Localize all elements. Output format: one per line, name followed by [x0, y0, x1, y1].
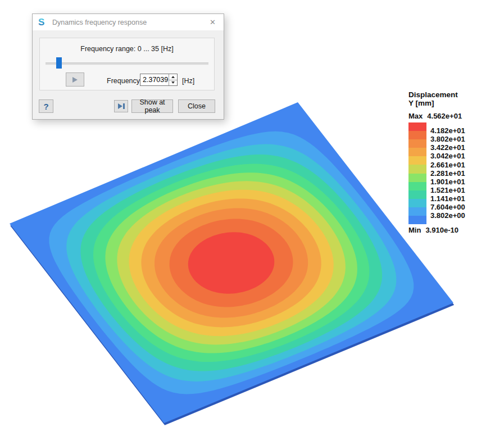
- legend-tick-value: 3.802e+01: [430, 135, 465, 143]
- frequency-slider-track[interactable]: [46, 62, 208, 65]
- legend-colorbar: 4.182e+013.802e+013.422e+013.042e+012.66…: [408, 122, 482, 224]
- legend-max-value: 4.562e+01: [427, 112, 462, 120]
- legend-title-line1: Displacement: [408, 90, 482, 99]
- show-at-peak-button[interactable]: Show at peak: [131, 99, 173, 113]
- play-icon: [72, 77, 78, 83]
- legend-tick-value: 4.182e+01: [430, 127, 465, 135]
- help-button[interactable]: ?: [39, 99, 53, 113]
- legend-swatch: [408, 122, 426, 131]
- skip-to-end-bar-icon: [123, 103, 125, 109]
- legend-swatch: [408, 131, 426, 139]
- legend-min-row: Min 3.910e-10: [408, 226, 482, 234]
- legend-tick-value: 3.042e+01: [430, 152, 465, 160]
- legend-max-label: Max: [408, 112, 423, 120]
- legend-min-label: Min: [408, 226, 421, 234]
- legend-swatch: [408, 148, 426, 156]
- skip-to-peak-button[interactable]: [114, 100, 128, 112]
- close-button[interactable]: Close: [178, 99, 215, 113]
- arrow-up-icon: [171, 76, 175, 78]
- dialog-titlebar[interactable]: S Dynamics frequency response ✕: [33, 14, 224, 30]
- frequency-slider-handle[interactable]: [56, 57, 62, 69]
- legend-swatch: [408, 165, 426, 173]
- legend-tick-value: 3.802e+00: [430, 212, 465, 220]
- arrow-down-icon: [171, 81, 175, 84]
- svg-text:S: S: [38, 17, 44, 28]
- dialog-title: Dynamics frequency response: [52, 19, 207, 26]
- legend-swatch: [408, 139, 426, 148]
- frequency-input[interactable]: [140, 74, 169, 85]
- hz-unit-label: [Hz]: [182, 77, 194, 85]
- app-logo-icon: S: [38, 17, 47, 28]
- play-button[interactable]: [66, 72, 84, 87]
- legend-tick-value: 1.521e+01: [430, 187, 465, 194]
- legend-tick-value: 2.661e+01: [430, 161, 465, 169]
- legend-tick-value: 1.901e+01: [430, 178, 465, 186]
- legend-swatch: [408, 216, 426, 224]
- legend-swatch: [408, 182, 426, 190]
- dynamics-frequency-response-dialog: S Dynamics frequency response ✕ Frequenc…: [32, 13, 224, 120]
- legend-tick-value: 3.422e+01: [430, 144, 465, 152]
- legend-swatch: [408, 174, 426, 182]
- spin-up-button[interactable]: [169, 74, 177, 80]
- legend-swatch: [408, 199, 426, 207]
- frequency-label: Frequency: [107, 77, 140, 85]
- spin-down-button[interactable]: [169, 80, 177, 86]
- legend-min-value: 3.910e-10: [425, 226, 458, 234]
- legend-tick-value: 2.281e+01: [430, 170, 465, 178]
- legend-swatch: [408, 207, 426, 216]
- legend-max-row: Max 4.562e+01: [408, 112, 482, 120]
- frequency-groupbox: Frequency range: 0 ... 35 [Hz] Frequency…: [39, 38, 215, 90]
- skip-to-end-icon: [118, 103, 122, 109]
- close-icon[interactable]: ✕: [207, 17, 218, 27]
- legend-swatch: [408, 156, 426, 165]
- legend-swatch: [408, 190, 426, 199]
- frequency-spinner: [169, 74, 177, 85]
- legend-tick-value: 1.141e+01: [430, 195, 465, 203]
- frequency-range-label: Frequency range: 0 ... 35 [Hz]: [40, 45, 214, 53]
- legend-tick-value: 7.604e+00: [430, 203, 465, 211]
- legend-title-line2: Y [mm]: [408, 99, 482, 107]
- frequency-spinbox: [140, 74, 178, 86]
- color-legend: Displacement Y [mm] Max 4.562e+01 4.182e…: [408, 90, 482, 234]
